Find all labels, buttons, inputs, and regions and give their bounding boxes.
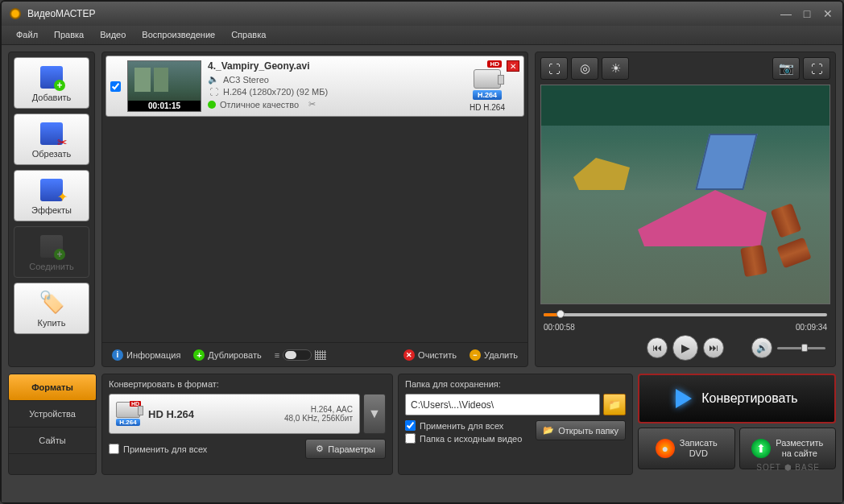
source-folder-checkbox[interactable]: Папка с исходным видео [405,433,522,444]
timeline[interactable] [540,308,830,322]
cut-button[interactable]: Обрезать [14,114,89,165]
video-checkbox[interactable] [110,81,121,92]
toggle-icon [283,349,312,361]
brightness-tool[interactable]: ☀ [602,57,629,80]
join-button[interactable]: Соединить [14,226,89,278]
film-effects-icon [39,177,64,203]
volume-slider[interactable] [777,347,825,349]
join-label: Соединить [29,262,74,271]
globe-icon: ⬆ [751,439,771,458]
film-join-icon [39,233,64,259]
fullscreen-tool[interactable]: ⛶ [803,57,830,80]
list-icon: ≡ [275,350,279,360]
remove-video-button[interactable]: ✕ [507,60,519,72]
scissors-icon[interactable]: ✂ [306,99,317,109]
format-name: HD H.264 [148,408,276,420]
play-button[interactable]: ▶ [672,335,698,361]
params-button[interactable]: ⚙Параметры [305,439,386,459]
grid-icon [315,350,326,360]
hd-badge: HD [487,60,502,68]
prev-button[interactable]: ⏮ [647,337,668,358]
delete-button[interactable]: −Удалить [465,348,523,362]
tab-sites[interactable]: Сайты [9,428,96,454]
convert-arrow-icon [676,389,692,408]
next-button[interactable]: ⏭ [703,337,724,358]
folder-open-icon: 📂 [543,425,554,436]
video-preview[interactable] [540,85,830,304]
video-audio: AC3 Stereo [223,75,269,85]
browse-button[interactable]: 📁 [603,394,626,415]
menu-playback[interactable]: Воспроизведение [134,26,223,44]
video-codec: H.264 (1280x720) (92 МБ) [223,87,328,97]
minimize-button[interactable]: — [780,7,792,20]
buy-icon: 🏷️ [39,290,64,316]
film-add-icon [39,64,64,90]
actions-panel: Конвертировать ● Записать DVD ⬆ Размести… [638,374,836,475]
add-button[interactable]: Добавить [14,57,89,109]
video-quality: Отличное качество [220,100,299,109]
open-folder-button[interactable]: 📂Открыть папку [536,420,626,440]
camera-icon [474,69,501,89]
codec-icon: ⛶ [208,87,219,97]
sidebar: Добавить Обрезать Эффекты Соединить 🏷️ К… [8,52,95,367]
menu-edit[interactable]: Правка [46,26,92,44]
tab-formats[interactable]: Форматы [9,374,96,401]
preview-panel: ⛶ ◎ ☀ 📷 ⛶ [535,52,836,367]
audio-icon: 🔈 [208,74,219,85]
save-label: Папка для сохранения: [405,379,626,389]
save-path-input[interactable] [405,394,600,415]
titlebar: ВидеоМАСТЕР — □ ✕ [2,2,842,26]
tab-devices[interactable]: Устройства [9,401,96,428]
crop-tool[interactable]: ⛶ [540,57,568,80]
format-spec1: H.264, AAC [284,405,353,414]
video-list-item[interactable]: 00:01:15 4._Vampiry_Geony.avi 🔈AC3 Stere… [106,56,524,117]
video-thumbnail: 00:01:15 [127,60,201,112]
format-badge: H.264 [473,90,502,100]
volume-button[interactable]: 🔊 [751,337,772,358]
effects-label: Эффекты [31,205,72,215]
maximize-button[interactable]: □ [801,7,813,20]
add-label: Добавить [32,93,72,102]
clear-icon: ✕ [403,349,415,361]
cut-label: Обрезать [32,149,72,159]
clear-button[interactable]: ✕Очистить [399,348,461,362]
info-button[interactable]: iИнформация [107,348,185,362]
app-logo-icon [10,8,21,19]
burn-dvd-button[interactable]: ● Записать DVD [638,428,735,469]
video-filename: 4._Vampiry_Geony.avi [208,60,449,72]
snapshot-tool[interactable]: 📷 [772,57,800,80]
format-label: Конвертировать в формат: [109,379,386,389]
time-total: 00:09:34 [796,323,827,332]
video-list-panel: 00:01:15 4._Vampiry_Geony.avi 🔈AC3 Stere… [101,52,528,367]
close-button[interactable]: ✕ [821,7,834,20]
menubar: Файл Правка Видео Воспроизведение Справк… [2,26,842,45]
format-badge: H.264 [116,419,139,426]
list-view-toggle[interactable]: ≡ [270,348,331,362]
duplicate-button[interactable]: +Дублировать [188,348,266,362]
save-panel: Папка для сохранения: 📁 Применить для вс… [398,374,633,475]
film-cut-icon [39,121,64,147]
window-title: ВидеоМАСТЕР [27,8,780,19]
menu-help[interactable]: Справка [223,26,274,44]
format-selector[interactable]: HD H.264 HD H.264 H.264, AAC 48,0 KHz, 2… [109,394,360,434]
format-tabs: Форматы Устройства Сайты [8,374,97,475]
format-spec2: 48,0 KHz, 256Кбит [284,414,353,423]
info-icon: i [112,349,123,361]
list-toolbar: iИнформация +Дублировать ≡ ✕Очистить −Уд… [102,342,528,366]
apply-all-checkbox[interactable]: Применить для всех [109,444,207,454]
enhance-tool[interactable]: ◎ [571,57,598,80]
format-dropdown[interactable]: ▼ [363,394,386,434]
quality-icon [208,101,216,109]
camera-icon: HD [116,402,140,418]
menu-video[interactable]: Видео [92,26,134,44]
convert-button[interactable]: Конвертировать [638,374,836,423]
folder-icon: 📁 [608,399,621,411]
delete-icon: − [470,349,481,361]
watermark: SOFT ⬢ BASE [756,463,820,472]
menu-file[interactable]: Файл [8,26,46,44]
buy-label: Купить [38,318,66,328]
gear-icon: ⚙ [316,444,324,454]
save-apply-all-checkbox[interactable]: Применить для всех [405,420,522,431]
effects-button[interactable]: Эффекты [14,170,89,221]
buy-button[interactable]: 🏷️ Купить [14,283,89,334]
